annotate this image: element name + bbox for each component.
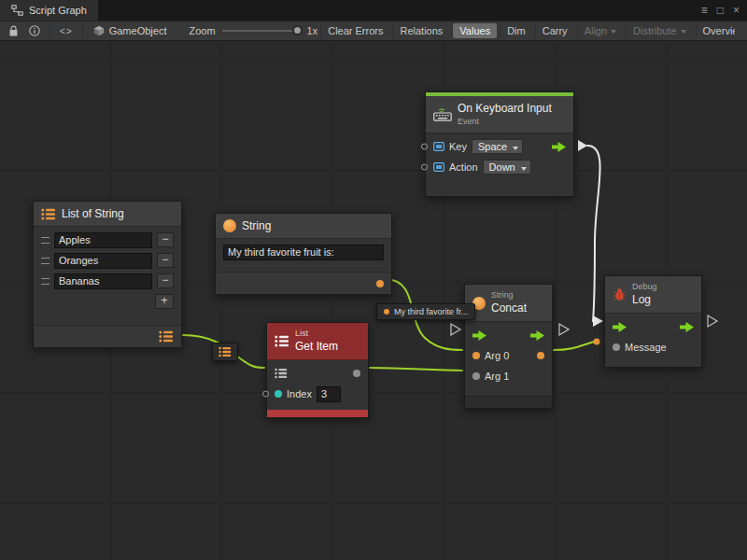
wire-preview-text: My third favorite fr... <box>394 307 468 316</box>
list-item-row: − <box>34 271 181 291</box>
event-flow-output-arrow-icon[interactable] <box>552 142 566 152</box>
add-item-button[interactable]: + <box>155 294 174 309</box>
values-toggle[interactable]: Values <box>452 23 497 38</box>
unity-visual-scripting-window: Script Graph ≡ □ × <> GameObject Zoom <box>0 0 747 560</box>
arg1-row: Arg 1 <box>465 366 552 386</box>
index-input[interactable] <box>317 386 341 402</box>
relations-toggle[interactable]: Relations <box>392 23 449 38</box>
flow-output-arrow-icon[interactable] <box>680 322 694 332</box>
list-input-port-icon[interactable] <box>275 368 288 379</box>
flow-row <box>605 316 701 337</box>
list-item-input[interactable] <box>54 253 152 269</box>
arg0-input-port[interactable] <box>472 352 480 359</box>
action-dropdown[interactable]: Down <box>483 160 531 175</box>
gameobject-selector[interactable]: GameObject <box>89 25 172 36</box>
node-category: String <box>491 290 527 301</box>
list-item-input[interactable] <box>54 232 152 248</box>
menu-icon[interactable]: ≡ <box>701 4 708 17</box>
lock-icon <box>8 25 19 37</box>
int-type-icon <box>275 390 282 398</box>
node-list-of-string[interactable]: List of String − − − <box>33 201 182 348</box>
index-value-port[interactable] <box>262 391 269 398</box>
node-header[interactable]: On Keyboard Input Event <box>426 96 573 133</box>
arg0-row: Arg 0 <box>465 345 552 366</box>
arg0-label: Arg 0 <box>485 350 509 361</box>
result-output-port[interactable] <box>537 352 544 359</box>
flow-port-hint-triangle <box>451 324 460 335</box>
align-dropdown[interactable]: Align <box>577 23 623 38</box>
zoom-label: Zoom <box>189 25 215 36</box>
action-label: Action <box>449 161 478 173</box>
overview-button[interactable]: Overview <box>696 23 735 38</box>
gameobject-cube-icon <box>93 25 105 36</box>
arg1-input-port[interactable] <box>472 372 480 380</box>
zoom-slider-knob[interactable] <box>292 25 303 35</box>
message-input-port[interactable] <box>613 343 620 351</box>
node-title: String <box>242 219 271 232</box>
string-type-icon <box>223 219 236 232</box>
index-label: Index <box>287 388 312 399</box>
node-title: Get Item <box>295 340 338 355</box>
graph-canvas[interactable]: List of String − − − <box>0 41 747 560</box>
message-row: Message <box>605 337 701 357</box>
drag-handle-icon[interactable] <box>41 258 49 264</box>
flow-wire-end-arrow <box>593 315 603 327</box>
wire-keyboard-to-log-flow[interactable] <box>587 146 600 321</box>
list-output-port-icon[interactable] <box>159 330 174 343</box>
node-header[interactable]: List Get Item <box>267 323 368 360</box>
node-title: On Keyboard Input <box>458 102 552 117</box>
flow-output-arrow-icon[interactable] <box>530 330 544 341</box>
wire-value-preview-string: My third favorite fr... <box>376 303 475 320</box>
carry-toggle[interactable]: Carry <box>535 23 574 38</box>
wire-endpoint-string-dot <box>594 339 600 345</box>
node-on-keyboard-input[interactable]: On Keyboard Input Event Key Space Action <box>425 91 574 197</box>
node-header[interactable]: Debug Log <box>605 276 701 314</box>
flow-input-arrow-icon[interactable] <box>613 322 627 332</box>
node-header[interactable]: String Concat <box>465 285 552 322</box>
key-value-port[interactable] <box>421 144 428 150</box>
distribute-dropdown[interactable]: Distribute <box>626 23 692 38</box>
node-header[interactable]: String <box>216 214 391 239</box>
item-output-port[interactable] <box>353 370 360 377</box>
key-dropdown[interactable]: Space <box>472 139 523 154</box>
node-header[interactable]: List of String <box>34 202 181 227</box>
list-item-input[interactable] <box>54 273 152 289</box>
dim-toggle[interactable]: Dim <box>500 23 532 38</box>
maximize-icon[interactable]: □ <box>717 4 724 17</box>
clear-errors-button[interactable]: Clear Errors <box>320 23 389 38</box>
list-items: − − − + <box>34 227 181 317</box>
close-icon[interactable]: × <box>733 4 740 17</box>
node-concat[interactable]: String Concat Arg 0 Arg 1 <box>464 284 553 409</box>
node-category: Debug <box>632 282 657 293</box>
lock-button[interactable] <box>5 25 22 37</box>
window-controls: ≡ □ × <box>694 0 747 21</box>
string-value-input[interactable] <box>223 245 384 260</box>
remove-item-button[interactable]: − <box>157 253 174 268</box>
values-label: Values <box>459 25 490 36</box>
info-icon <box>29 25 40 36</box>
node-debug-log[interactable]: Debug Log Message <box>604 275 702 368</box>
node-string-literal[interactable]: String <box>215 213 392 295</box>
node-get-item[interactable]: List Get Item Index <box>266 322 369 418</box>
tab-script-graph[interactable]: Script Graph <box>0 0 98 21</box>
zoom-slider[interactable] <box>222 30 301 32</box>
keycode-type-icon <box>433 142 444 151</box>
zoom-control: Zoom 1x <box>189 25 317 36</box>
remove-item-button[interactable]: − <box>157 273 174 288</box>
code-view-button[interactable]: <> <box>56 26 77 36</box>
drag-handle-icon[interactable] <box>41 237 49 244</box>
graph-toolbar: <> GameObject Zoom 1x Clear Errors Relat… <box>0 21 747 41</box>
drag-handle-icon[interactable] <box>41 278 49 285</box>
add-item-row: + <box>34 291 181 312</box>
relations-label: Relations <box>400 25 443 36</box>
remove-item-button[interactable]: − <box>157 232 174 247</box>
string-output-port[interactable] <box>376 280 384 287</box>
info-button[interactable] <box>25 25 44 36</box>
clear-errors-label: Clear Errors <box>328 25 383 36</box>
wire-getitem-to-concat-arg1[interactable] <box>370 368 462 371</box>
message-label: Message <box>625 342 667 353</box>
flow-port-hint-triangle <box>559 324 569 335</box>
flow-input-arrow-icon[interactable] <box>472 330 486 341</box>
action-value-port[interactable] <box>421 164 428 171</box>
wire-concat-to-log-message[interactable] <box>554 342 595 350</box>
